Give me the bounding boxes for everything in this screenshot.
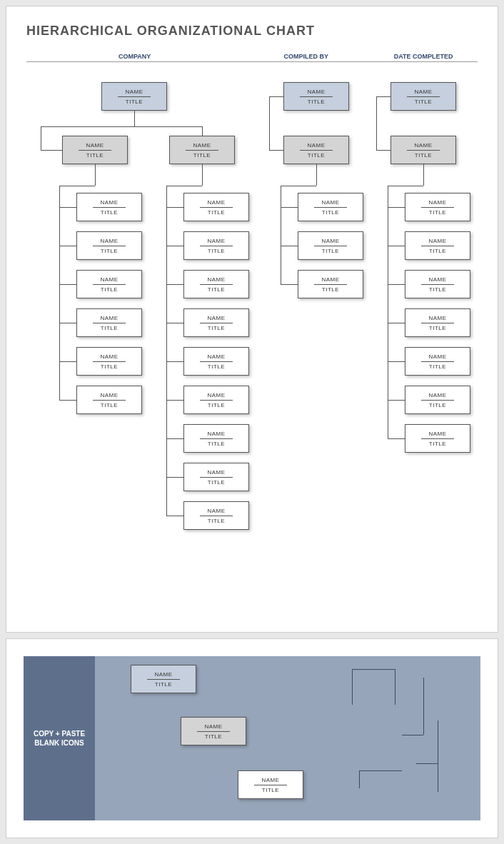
connector-line xyxy=(423,164,424,186)
sample-box-grey[interactable]: NAMETITLE xyxy=(181,717,246,745)
sample-box-white[interactable]: NAMETITLE xyxy=(238,770,303,799)
staff-box-4-6[interactable]: NAMETITLE xyxy=(405,424,470,453)
box-title: TITLE xyxy=(429,402,446,408)
staff-box-4-1[interactable]: NAMETITLE xyxy=(405,231,470,260)
connector-line xyxy=(166,477,183,478)
staff-box-3-2[interactable]: NAMETITLE xyxy=(298,270,363,298)
connector-line xyxy=(59,186,60,400)
sample-connector xyxy=(438,720,438,792)
box-title: TITLE xyxy=(208,286,225,293)
staff-box-1-0[interactable]: NAMETITLE xyxy=(76,193,142,221)
sample-box-blue[interactable]: NAMETITLE xyxy=(131,665,196,693)
box-name: NAME xyxy=(200,507,232,516)
box-title: TITLE xyxy=(101,325,118,331)
box-title: TITLE xyxy=(308,99,325,105)
staff-box-3-0[interactable]: NAMETITLE xyxy=(298,193,363,221)
box-title: TITLE xyxy=(322,209,339,216)
connector-line xyxy=(41,150,62,151)
box-title: TITLE xyxy=(193,152,211,159)
staff-box-1-1[interactable]: NAMETITLE xyxy=(76,231,142,260)
box-title: TITLE xyxy=(429,441,446,447)
staff-box-2-4[interactable]: NAMETITLE xyxy=(183,347,249,376)
box-title: TITLE xyxy=(208,209,225,216)
staff-box-1-2[interactable]: NAMETITLE xyxy=(76,270,142,298)
connector-line xyxy=(41,126,41,150)
connector-line xyxy=(388,438,405,439)
box-name: NAME xyxy=(93,353,125,362)
connector-line xyxy=(59,186,95,186)
box-title: TITLE xyxy=(208,325,225,331)
box-title: TITLE xyxy=(208,479,225,486)
box-name: NAME xyxy=(93,237,125,246)
staff-box-2-6[interactable]: NAMETITLE xyxy=(183,424,249,453)
staff-box-2-5[interactable]: NAMETITLE xyxy=(183,386,249,414)
staff-box-3-1[interactable]: NAMETITLE xyxy=(298,231,363,260)
box-title: TITLE xyxy=(86,152,104,159)
org-chart-page: HIERARCHICAL ORGANIZATIONAL CHART COMPAN… xyxy=(6,6,498,633)
box-title: TITLE xyxy=(101,286,118,293)
box-title: TITLE xyxy=(208,363,225,370)
box-name: NAME xyxy=(200,199,232,208)
manager-box-B4[interactable]: NAMETITLE xyxy=(390,136,456,164)
top-box-A4[interactable]: NAMETITLE xyxy=(390,82,456,111)
panel-icons-area: NAMETITLENAMETITLENAMETITLE xyxy=(95,656,480,820)
connector-line xyxy=(376,96,390,97)
box-name: NAME xyxy=(200,430,232,439)
staff-box-1-3[interactable]: NAMETITLE xyxy=(76,308,142,337)
sample-connector xyxy=(395,669,395,705)
box-name: NAME xyxy=(254,776,286,785)
connector-line xyxy=(166,246,183,246)
connector-line xyxy=(59,400,76,401)
box-name: NAME xyxy=(407,141,439,151)
top-box-A1[interactable]: NAMETITLE xyxy=(101,82,167,111)
staff-box-2-2[interactable]: NAMETITLE xyxy=(183,270,249,298)
staff-box-1-4[interactable]: NAMETITLE xyxy=(76,347,142,376)
connector-line xyxy=(59,284,76,285)
box-title: TITLE xyxy=(208,402,225,408)
staff-box-2-8[interactable]: NAMETITLE xyxy=(183,501,249,530)
box-title: TITLE xyxy=(429,363,446,370)
box-name: NAME xyxy=(93,199,125,208)
staff-box-4-5[interactable]: NAMETITLE xyxy=(405,386,470,414)
box-title: TITLE xyxy=(208,518,225,524)
staff-box-1-5[interactable]: NAMETITLE xyxy=(76,386,142,414)
top-box-A3[interactable]: NAMETITLE xyxy=(283,82,349,111)
box-title: TITLE xyxy=(101,363,118,370)
box-title: TITLE xyxy=(415,99,432,105)
sample-connector xyxy=(359,770,402,771)
connector-line xyxy=(281,207,298,208)
box-name: NAME xyxy=(300,88,332,97)
connector-line xyxy=(388,361,405,362)
copy-paste-panel: COPY + PASTE BLANK ICONS NAMETITLENAMETI… xyxy=(24,656,480,820)
sample-connector xyxy=(352,669,395,670)
connector-line xyxy=(59,207,76,208)
manager-box-B3[interactable]: NAMETITLE xyxy=(283,136,349,164)
sample-connector xyxy=(359,770,360,788)
box-name: NAME xyxy=(93,391,125,401)
connector-line xyxy=(202,126,203,136)
box-name: NAME xyxy=(421,199,453,208)
box-name: NAME xyxy=(186,141,218,151)
staff-box-4-2[interactable]: NAMETITLE xyxy=(405,270,470,298)
staff-box-2-3[interactable]: NAMETITLE xyxy=(183,308,249,337)
box-name: NAME xyxy=(200,276,232,285)
box-title: TITLE xyxy=(429,209,446,216)
staff-box-2-0[interactable]: NAMETITLE xyxy=(183,193,249,221)
connector-line xyxy=(281,284,298,285)
staff-box-4-4[interactable]: NAMETITLE xyxy=(405,347,470,376)
connector-line xyxy=(388,284,405,285)
staff-box-4-3[interactable]: NAMETITLE xyxy=(405,308,470,337)
staff-box-4-0[interactable]: NAMETITLE xyxy=(405,193,470,221)
connector-line xyxy=(281,246,298,246)
connector-line xyxy=(269,96,270,150)
manager-box-B2[interactable]: NAMETITLE xyxy=(169,136,235,164)
manager-box-B1[interactable]: NAMETITLE xyxy=(62,136,128,164)
staff-box-2-1[interactable]: NAMETITLE xyxy=(183,231,249,260)
box-name: NAME xyxy=(200,391,232,401)
box-title: TITLE xyxy=(429,286,446,293)
staff-box-2-7[interactable]: NAMETITLE xyxy=(183,463,249,491)
panel-heading: COPY + PASTE BLANK ICONS xyxy=(24,656,95,820)
box-name: NAME xyxy=(197,723,229,732)
connector-line xyxy=(388,207,405,208)
box-name: NAME xyxy=(93,276,125,285)
